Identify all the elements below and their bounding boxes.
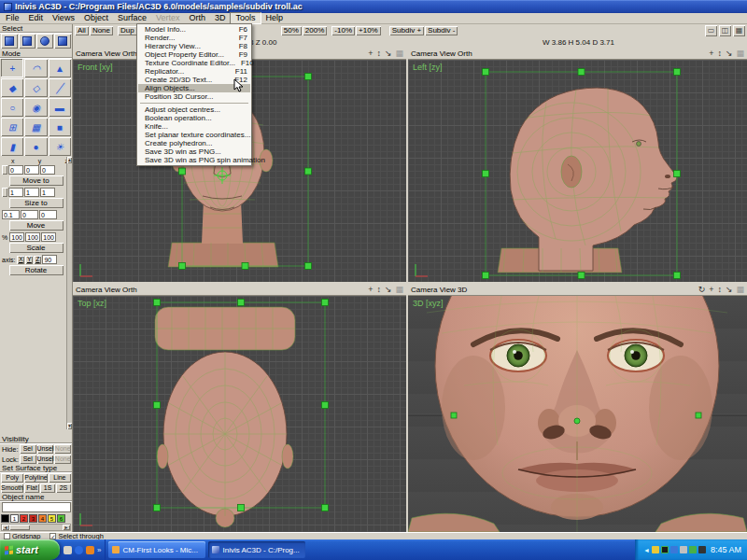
pan-icon[interactable]: + <box>709 285 713 295</box>
ellipse-tool-button[interactable]: ○ <box>1 98 23 117</box>
menu-item-position-3d-cursor[interactable]: Position 3D Cursor... <box>138 92 250 101</box>
scroll-up-icon[interactable]: ▲ <box>67 157 72 163</box>
menu-item-create-polyhedron[interactable]: Create polyhedron... <box>138 139 250 147</box>
menu-item-render[interactable]: Render...F7 <box>138 34 250 42</box>
grid-icon[interactable]: ▦ <box>395 49 403 59</box>
size-to-lock-button[interactable] <box>2 188 7 197</box>
tray-icon[interactable] <box>661 546 669 553</box>
viewport-left[interactable]: Camera View Orth + ↕ ↘ ▦ Left [zy] <box>408 48 747 282</box>
scale-z-field[interactable] <box>41 232 56 242</box>
move-to-z-field[interactable] <box>40 165 55 175</box>
tray-icon[interactable] <box>652 546 659 553</box>
select-vertex-button[interactable] <box>54 34 71 49</box>
grid-icon[interactable]: ▦ <box>736 49 744 59</box>
quicklaunch-internet-icon[interactable] <box>75 546 83 554</box>
select-through-box[interactable]: ✓ <box>49 533 56 539</box>
split-view-icon[interactable]: ◫ <box>719 25 731 36</box>
2s-button[interactable]: 2S <box>56 483 71 493</box>
move-button[interactable]: Move <box>9 220 63 231</box>
smooth-button[interactable]: Smooth <box>1 483 23 493</box>
pan-icon[interactable]: + <box>368 285 373 295</box>
color-swatch[interactable]: 3 <box>29 514 37 523</box>
polyline-button[interactable]: Polyline <box>24 473 48 483</box>
extrude-tool-button[interactable]: ▲ <box>49 59 71 77</box>
menu-help[interactable]: Help <box>261 13 289 23</box>
subdiv-minus-button[interactable]: Subdiv - <box>425 26 458 35</box>
move-x-field[interactable] <box>2 210 20 219</box>
rotate-button[interactable]: Rotate <box>9 265 63 275</box>
menu-item-model-info[interactable]: Model Info...F6 <box>138 25 250 34</box>
viewport-3d[interactable]: Camera View 3D ↻ + ↕ ↘ ▦ 3D [xyz] <box>408 284 747 532</box>
grid-icon[interactable]: ▦ <box>395 285 403 295</box>
start-button[interactable]: start <box>0 539 60 560</box>
color-swatch[interactable]: 5 <box>48 514 56 523</box>
dup-button[interactable]: Dup <box>118 26 137 35</box>
scale-y-field[interactable] <box>25 232 40 242</box>
taskbar-item-ac3d[interactable]: Inivis AC3D - C:/Prog... <box>208 541 305 558</box>
3d-view-model[interactable] <box>408 296 747 532</box>
rect-tool-button[interactable]: ▬ <box>49 98 71 117</box>
zoom-icon[interactable]: ↕ <box>717 49 722 59</box>
move-z-field[interactable] <box>39 210 57 219</box>
subdiv-cube-tool-button[interactable]: ▦ <box>24 118 47 136</box>
zoom-plus10-button[interactable]: +10% <box>356 26 381 35</box>
size-to-y-field[interactable] <box>24 188 39 197</box>
viewport-top[interactable]: Camera View Orth + ↕ ↘ ▦ Top [xz] <box>73 284 406 532</box>
line-button[interactable]: Line <box>49 473 71 483</box>
single-view-icon[interactable]: ▭ <box>705 25 717 36</box>
move-to-x-field[interactable] <box>8 165 23 175</box>
poly-button[interactable]: Poly <box>1 473 23 483</box>
menu-object[interactable]: Object <box>79 13 113 23</box>
pointer-icon[interactable]: ↘ <box>726 285 733 295</box>
hide-sel-button[interactable]: Sel <box>20 444 36 454</box>
tray-icon[interactable] <box>698 546 706 553</box>
disc-tool-button[interactable]: ◉ <box>24 98 47 117</box>
quicklaunch-icon-2[interactable] <box>86 546 94 554</box>
tray-icon[interactable] <box>689 546 697 553</box>
menu-item-adjust-object-centres[interactable]: Adjust object centres... <box>138 105 250 114</box>
mesh-tool-button[interactable]: ⊞ <box>1 118 23 136</box>
pointer-icon[interactable]: ↘ <box>385 49 392 59</box>
zoom-icon[interactable]: ↕ <box>376 49 381 59</box>
menu-file[interactable]: File <box>1 13 24 23</box>
menu-edit[interactable]: Edit <box>24 13 49 23</box>
move-y-field[interactable] <box>21 210 38 219</box>
menu-item-boolean-operation[interactable]: Boolean operation... <box>138 114 250 122</box>
lock-unsel-button[interactable]: Unsel <box>37 455 54 464</box>
color-swatch[interactable]: 6 <box>57 514 65 523</box>
gridsnap-box[interactable] <box>4 533 10 539</box>
move-to-y-field[interactable] <box>24 165 39 175</box>
light-tool-button[interactable]: ☀ <box>49 137 71 156</box>
menu-item-replicator[interactable]: Replicator...F11 <box>138 67 250 76</box>
quad-view-icon[interactable]: ▦ <box>733 25 745 36</box>
lock-sel-button[interactable]: Sel <box>20 455 36 464</box>
move-to-lock-button[interactable] <box>2 165 7 175</box>
scale-button[interactable]: Scale <box>9 243 63 253</box>
menu-item-texture-coordinate-editor[interactable]: Texture Coordinate Editor...F10 <box>138 59 250 67</box>
flat-button[interactable]: Flat <box>24 483 39 493</box>
orbit-icon[interactable]: ↻ <box>698 285 706 295</box>
menu-item-object-property-editor[interactable]: Object Property Editor...F9 <box>138 50 250 59</box>
size-to-button[interactable]: Size to <box>9 198 63 208</box>
pan-icon[interactable]: + <box>368 49 373 59</box>
zoom-200-button[interactable]: 200% <box>303 26 327 35</box>
panel-scrollbar[interactable]: ▲ ▼ <box>66 157 72 429</box>
taskbar-item-cm-first-looks[interactable]: CM-First Looks - Mic... <box>108 541 205 558</box>
sphere-tool-button[interactable]: ● <box>24 137 47 156</box>
palette-scroll-right-icon[interactable]: ► <box>63 525 70 530</box>
all-button[interactable]: All <box>75 26 89 35</box>
color-swatch[interactable]: 4 <box>38 514 47 523</box>
scroll-down-icon[interactable]: ▼ <box>67 423 72 429</box>
move-tool-button[interactable]: + <box>1 59 23 77</box>
color-swatch[interactable]: 2 <box>20 514 28 523</box>
menu-item-knife[interactable]: Knife... <box>138 122 250 131</box>
select-group-button[interactable] <box>1 34 18 49</box>
subdiv-plus-button[interactable]: Subdiv + <box>389 26 424 35</box>
closed-line-tool-button[interactable]: ◇ <box>24 78 47 97</box>
move-to-button[interactable]: Move to <box>9 175 63 186</box>
menu-orth[interactable]: Orth <box>184 13 210 23</box>
menu-item-save-3d-win-as-png-spin-animation[interactable]: Save 3D win as PNG spin animation <box>138 156 250 164</box>
rotate-axis-x-toggle[interactable]: X <box>17 256 24 264</box>
menu-3d[interactable]: 3D <box>210 13 231 23</box>
left-view-model[interactable] <box>408 60 747 282</box>
